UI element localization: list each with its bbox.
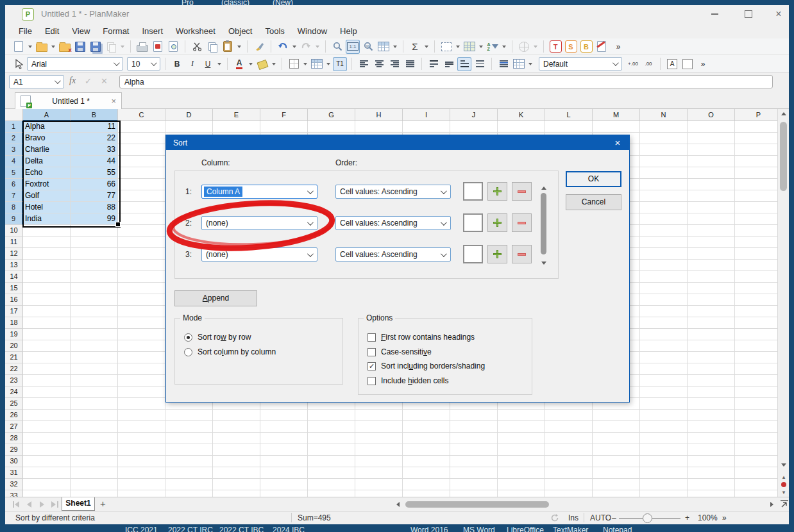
cell-N30[interactable] bbox=[640, 456, 688, 467]
menu-window[interactable]: Window bbox=[292, 24, 333, 38]
row-header-7[interactable]: 7 bbox=[5, 190, 23, 202]
taskbar-item[interactable]: 2022 CT IBC bbox=[219, 526, 264, 532]
column-header-M[interactable]: M bbox=[593, 109, 640, 121]
cell-C25[interactable] bbox=[118, 398, 165, 410]
cell-H1[interactable] bbox=[355, 121, 403, 133]
cell-P19[interactable] bbox=[735, 329, 777, 340]
menu-object[interactable]: Object bbox=[223, 24, 258, 38]
add-decimal-button[interactable]: +.00 bbox=[626, 57, 640, 71]
cell-P10[interactable] bbox=[735, 225, 777, 237]
cell-P8[interactable] bbox=[735, 202, 777, 213]
cell-format-dropdown-icon[interactable] bbox=[326, 63, 330, 65]
cell-K1[interactable] bbox=[498, 121, 545, 133]
cell-C30[interactable] bbox=[118, 456, 165, 467]
cell-F30[interactable] bbox=[260, 456, 308, 467]
cell-N14[interactable] bbox=[640, 271, 688, 283]
cell-C28[interactable] bbox=[118, 433, 165, 444]
cell-G27[interactable] bbox=[308, 421, 355, 433]
cell-C8[interactable] bbox=[118, 202, 165, 213]
cell-N15[interactable] bbox=[640, 283, 688, 294]
zoom-100-button[interactable]: 1:1 bbox=[346, 40, 360, 54]
cell-P18[interactable] bbox=[735, 317, 777, 329]
row-header-24[interactable]: 24 bbox=[5, 387, 23, 398]
maximize-button[interactable] bbox=[734, 5, 763, 23]
cell-C11[interactable] bbox=[118, 237, 165, 248]
cell-P22[interactable] bbox=[735, 363, 777, 375]
save-all-button[interactable] bbox=[89, 40, 103, 54]
open-dropdown-icon[interactable] bbox=[51, 46, 55, 48]
cell-N16[interactable] bbox=[640, 294, 688, 306]
cell-D1[interactable] bbox=[165, 121, 213, 133]
cell-A25[interactable] bbox=[23, 398, 71, 410]
horizontal-scrollbar[interactable] bbox=[396, 499, 781, 510]
row-header-20[interactable]: 20 bbox=[5, 340, 23, 352]
cell-B22[interactable] bbox=[71, 363, 118, 375]
cell-B14[interactable] bbox=[71, 271, 118, 283]
add-criterion-1-button[interactable] bbox=[487, 182, 507, 201]
cell-O11[interactable] bbox=[688, 237, 735, 248]
cell-P30[interactable] bbox=[735, 456, 777, 467]
cell-C19[interactable] bbox=[118, 329, 165, 340]
row-header-22[interactable]: 22 bbox=[5, 363, 23, 375]
cell-C2[interactable] bbox=[118, 133, 165, 144]
column-header-E[interactable]: E bbox=[213, 109, 260, 121]
cell-K29[interactable] bbox=[498, 444, 545, 456]
cell-J1[interactable] bbox=[450, 121, 498, 133]
valign-top-button[interactable] bbox=[427, 57, 441, 71]
row-header-29[interactable]: 29 bbox=[5, 444, 23, 456]
cell-M29[interactable] bbox=[593, 444, 640, 456]
cell-P24[interactable] bbox=[735, 387, 777, 398]
column-header-D[interactable]: D bbox=[165, 109, 213, 121]
cell-O31[interactable] bbox=[688, 467, 735, 479]
cell-B27[interactable] bbox=[71, 421, 118, 433]
cell-H30[interactable] bbox=[355, 456, 403, 467]
format-toolbar-overflow-button[interactable]: » bbox=[696, 57, 710, 71]
cell-C26[interactable] bbox=[118, 410, 165, 421]
valign-center-button[interactable] bbox=[442, 57, 456, 71]
cell-A28[interactable] bbox=[23, 433, 71, 444]
taskbar-item[interactable]: 2022 CT IRC bbox=[168, 526, 213, 532]
underline-button[interactable]: U bbox=[201, 57, 215, 71]
cell-O13[interactable] bbox=[688, 260, 735, 271]
sort-column-select-2[interactable]: (none) bbox=[201, 216, 317, 230]
column-header-B[interactable]: B bbox=[71, 109, 118, 121]
cell-K32[interactable] bbox=[498, 479, 545, 490]
cell-C3[interactable] bbox=[118, 144, 165, 156]
cell-N6[interactable] bbox=[640, 179, 688, 190]
cell-A10[interactable] bbox=[23, 225, 71, 237]
bold-button[interactable]: B bbox=[170, 57, 184, 71]
cell-I1[interactable] bbox=[403, 121, 450, 133]
cell-B10[interactable] bbox=[71, 225, 118, 237]
cell-P26[interactable] bbox=[735, 410, 777, 421]
cell-M33[interactable] bbox=[593, 490, 640, 497]
sort-order-select-2[interactable]: Cell values: Ascending bbox=[335, 216, 451, 230]
cell-A2[interactable]: Bravo bbox=[23, 133, 71, 144]
cell-A11[interactable] bbox=[23, 237, 71, 248]
cell-P14[interactable] bbox=[735, 271, 777, 283]
cell-N7[interactable] bbox=[640, 190, 688, 202]
cell-O24[interactable] bbox=[688, 387, 735, 398]
next-sheet-button[interactable] bbox=[40, 501, 44, 508]
valign-justify-button[interactable] bbox=[473, 57, 487, 71]
textmaker-button[interactable]: T bbox=[548, 40, 562, 54]
cell-D33[interactable] bbox=[165, 490, 213, 497]
cell-B1[interactable]: 11 bbox=[71, 121, 118, 133]
cell-G30[interactable] bbox=[308, 456, 355, 467]
redo-dropdown-icon[interactable] bbox=[316, 46, 319, 48]
taskbar-item[interactable]: MS Word bbox=[463, 526, 495, 532]
presentations-button[interactable]: S bbox=[564, 40, 578, 54]
cell-G32[interactable] bbox=[308, 479, 355, 490]
cell-B24[interactable] bbox=[71, 387, 118, 398]
cell-N9[interactable] bbox=[640, 213, 688, 225]
cell-I28[interactable] bbox=[403, 433, 450, 444]
cell-C4[interactable] bbox=[118, 156, 165, 167]
row-header-12[interactable]: 12 bbox=[5, 248, 23, 260]
frame-dropdown-icon[interactable] bbox=[456, 46, 460, 48]
row-header-2[interactable]: 2 bbox=[5, 133, 23, 144]
cell-A19[interactable] bbox=[23, 329, 71, 340]
cell-P11[interactable] bbox=[735, 237, 777, 248]
valign-bottom-button[interactable] bbox=[457, 57, 471, 71]
web-button[interactable] bbox=[517, 40, 531, 54]
sort-column-by-column-radio[interactable]: Sort column by column bbox=[184, 347, 276, 356]
cell-F26[interactable] bbox=[260, 410, 308, 421]
